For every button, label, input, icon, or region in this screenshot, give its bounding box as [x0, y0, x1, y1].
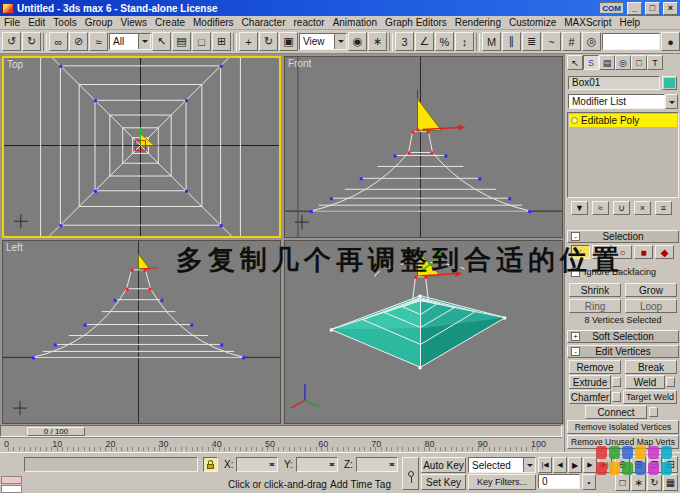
selection-rollout-header[interactable]: - Selection	[567, 230, 679, 243]
subobject-element-button[interactable]: ◆	[655, 245, 674, 259]
window-crossing-icon[interactable]: ⊞	[212, 32, 231, 51]
spinner-icon[interactable]	[269, 459, 276, 470]
curve-editor-icon[interactable]: ~	[542, 32, 561, 51]
tab-create[interactable]: ↖	[567, 55, 583, 70]
key-filters-button[interactable]: Key Filters...	[468, 474, 536, 490]
menu-item[interactable]: Graph Editors	[381, 17, 451, 28]
add-time-tag[interactable]: Add Time Tag	[330, 479, 391, 490]
maximize-button[interactable]: □	[645, 2, 660, 15]
soft-selection-rollout-header[interactable]: + Soft Selection	[567, 330, 679, 343]
selection-filter-dropdown[interactable]: All	[109, 33, 151, 50]
object-name-field[interactable]: Box01	[568, 76, 660, 90]
tab-hierarchy[interactable]: ▤	[599, 55, 615, 70]
select-and-scale-icon[interactable]: ▣	[279, 32, 298, 51]
tab-display[interactable]: □	[631, 55, 647, 70]
modifier-list-arrow[interactable]	[665, 94, 678, 109]
previous-frame-icon[interactable]: ◀	[553, 457, 567, 473]
menu-item[interactable]: Edit	[24, 17, 49, 28]
ring-button[interactable]: Ring	[569, 299, 621, 313]
angle-snap-icon[interactable]: ∠	[415, 32, 434, 51]
loop-button[interactable]: Loop	[625, 299, 677, 313]
tab-motion[interactable]: ◎	[615, 55, 631, 70]
remove-unused-map-verts-button[interactable]: Remove Unused Map Verts	[567, 435, 679, 449]
pin-stack-icon[interactable]: ▼	[571, 201, 588, 215]
menu-item[interactable]: reactor	[290, 17, 329, 28]
menu-item[interactable]: File	[0, 17, 24, 28]
key-mode-toggle-icon[interactable]: •	[582, 474, 596, 490]
modifier-stack[interactable]: Editable Poly	[567, 112, 679, 198]
collapse-icon[interactable]: -	[571, 232, 580, 241]
use-pivot-center-icon[interactable]: ◉	[348, 32, 367, 51]
shrink-button[interactable]: Shrink	[569, 283, 621, 297]
close-button[interactable]: ×	[663, 2, 678, 15]
next-frame-icon[interactable]: ▶	[583, 457, 597, 473]
front-viewport-canvas[interactable]	[285, 57, 562, 237]
select-by-name-icon[interactable]: ▤	[172, 32, 191, 51]
weld-settings-button[interactable]	[666, 377, 675, 387]
time-slider-track[interactable]: 0 / 100	[0, 425, 562, 437]
remove-button[interactable]: Remove	[569, 360, 621, 374]
connect-button[interactable]: Connect	[585, 405, 647, 419]
zoom-icon[interactable]: ⊕	[615, 456, 630, 473]
select-object-icon[interactable]: ↖	[152, 32, 171, 51]
grow-button[interactable]: Grow	[625, 283, 677, 297]
maxscript-mini-listener[interactable]	[1, 485, 22, 493]
pan-icon[interactable]: ∗	[631, 474, 646, 491]
visibility-bulb-icon[interactable]	[571, 117, 578, 124]
x-coord-field[interactable]	[236, 457, 278, 472]
menu-item[interactable]: Rendering	[451, 17, 505, 28]
modifier-list-dropdown[interactable]: Modifier List	[568, 94, 665, 109]
unlink-selection-icon[interactable]: ⊘	[69, 32, 88, 51]
subobject-border-button[interactable]: ○	[613, 245, 632, 259]
extrude-button[interactable]: Extrude	[569, 375, 611, 389]
menu-item[interactable]: Views	[117, 17, 152, 28]
connect-settings-button[interactable]	[649, 407, 658, 417]
zoom-all-icon[interactable]: ⊞	[631, 456, 646, 473]
y-coord-field[interactable]	[296, 457, 338, 472]
chamfer-button[interactable]: Chamfer	[569, 390, 611, 404]
minimize-button[interactable]: _	[627, 2, 642, 15]
menu-item[interactable]: MAXScript	[560, 17, 615, 28]
redo-icon[interactable]: ↻	[22, 32, 41, 51]
menu-item[interactable]: Tools	[49, 17, 80, 28]
remove-modifier-icon[interactable]: ×	[634, 201, 651, 215]
tab-utilities[interactable]: T	[647, 55, 663, 70]
select-and-manipulate-icon[interactable]: ∗	[368, 32, 387, 51]
collapse-icon[interactable]: -	[571, 347, 580, 356]
selection-lock-icon[interactable]	[203, 457, 218, 472]
schematic-view-icon[interactable]: #	[562, 32, 581, 51]
menu-item[interactable]: Customize	[505, 17, 560, 28]
tab-modify[interactable]: S	[583, 55, 599, 70]
min-max-toggle-icon[interactable]: ▦	[663, 474, 678, 491]
menu-item[interactable]: Help	[615, 17, 644, 28]
chamfer-settings-button[interactable]	[612, 392, 621, 402]
snap-toggle-icon[interactable]: 3	[395, 32, 414, 51]
ignore-backfacing-checkbox[interactable]	[571, 268, 580, 277]
menu-item[interactable]: Animation	[329, 17, 381, 28]
object-color-swatch[interactable]	[662, 76, 677, 90]
spinner-icon[interactable]	[389, 459, 396, 470]
zoom-extents-icon[interactable]: ⊡	[647, 456, 662, 473]
select-and-link-icon[interactable]: ∞	[49, 32, 68, 51]
viewport-label-top[interactable]: Top	[7, 59, 23, 70]
viewport-front[interactable]: Front	[284, 56, 563, 238]
goto-start-icon[interactable]: |◀	[538, 457, 552, 473]
show-end-result-icon[interactable]: ≈	[592, 201, 609, 215]
named-selection-input[interactable]	[602, 33, 660, 50]
weld-button[interactable]: Weld	[625, 375, 665, 389]
break-button[interactable]: Break	[625, 360, 677, 374]
macro-recorder-field[interactable]	[1, 476, 22, 484]
viewport-top[interactable]: Top	[2, 56, 281, 238]
play-animation-icon[interactable]: ▶	[568, 457, 582, 473]
expand-icon[interactable]: +	[571, 332, 580, 341]
menu-item[interactable]: Group	[81, 17, 117, 28]
render-scene-icon[interactable]: ●	[661, 32, 680, 51]
subobject-edge-button[interactable]: ╱	[592, 245, 611, 259]
edit-vertices-rollout-header[interactable]: - Edit Vertices	[567, 345, 679, 358]
select-and-move-icon[interactable]: +	[239, 32, 258, 51]
viewport-label-left[interactable]: Left	[6, 242, 23, 253]
menu-item[interactable]: Create	[151, 17, 189, 28]
reference-coordinate-dropdown[interactable]: View	[299, 33, 347, 50]
configure-modifier-sets-icon[interactable]: ≡	[655, 201, 672, 215]
set-key-button[interactable]: Set Key	[421, 474, 466, 490]
